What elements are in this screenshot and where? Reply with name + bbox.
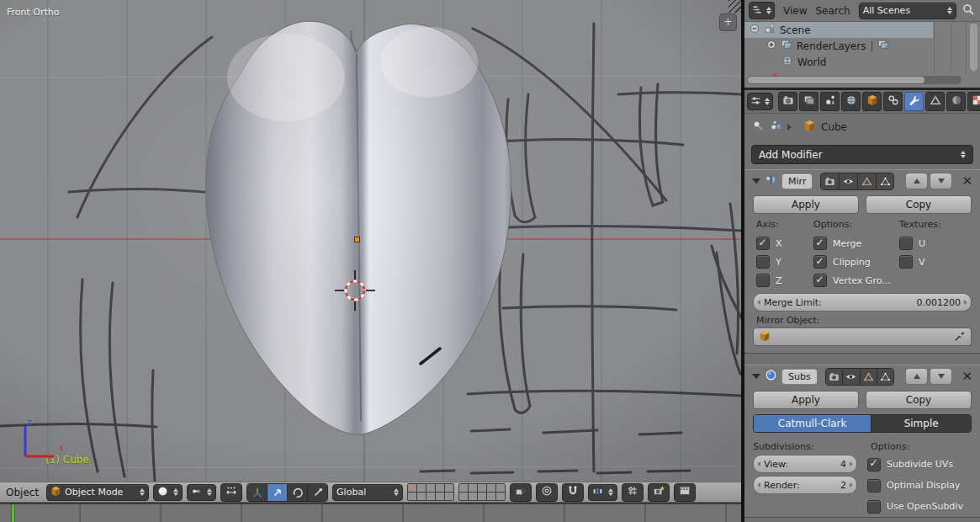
pin-icon[interactable]	[752, 120, 765, 135]
layer-cell[interactable]	[436, 493, 444, 500]
layer-cell[interactable]	[436, 484, 444, 492]
layer-cell[interactable]	[496, 493, 505, 500]
checkbox-axis-x[interactable]	[756, 237, 770, 250]
outliner-item-scene[interactable]: Scene	[744, 22, 980, 38]
object-menu[interactable]: Object	[6, 487, 39, 498]
layer-cell[interactable]	[496, 484, 505, 492]
checkbox-optimal-display[interactable]	[867, 479, 881, 493]
axis-manipulator-button[interactable]	[247, 484, 268, 501]
checkbox-use-opensubdiv[interactable]	[867, 500, 881, 514]
editmode-toggle-icon[interactable]	[858, 173, 877, 189]
layer-cell[interactable]	[417, 484, 426, 492]
outliner-search-menu[interactable]: Search	[815, 5, 850, 17]
scale-manipulator-button[interactable]	[308, 484, 327, 501]
render-layers-icon[interactable]	[877, 39, 889, 53]
manipulator-toggle-button[interactable]	[220, 483, 242, 502]
slider-left-arrow-icon[interactable]	[757, 300, 760, 305]
simple-button[interactable]: Simple	[871, 415, 971, 432]
apply-button[interactable]: Apply	[753, 195, 859, 214]
collapse-icon[interactable]	[750, 24, 760, 36]
apply-button[interactable]: Apply	[753, 391, 859, 409]
editor-type-button[interactable]	[747, 93, 773, 110]
outliner-vscrollbar[interactable]	[970, 24, 977, 71]
render-subdivisions-slider[interactable]: Render: 2	[753, 476, 857, 494]
scrollbar-thumb[interactable]	[748, 77, 924, 83]
slider-right-arrow-icon[interactable]	[850, 461, 853, 466]
eye-icon[interactable]	[840, 173, 858, 189]
timeline-playhead[interactable]	[12, 504, 14, 522]
add-modifier-dropdown[interactable]: Add Modifier	[751, 145, 973, 164]
tab-data[interactable]	[925, 92, 945, 111]
timeline-strip[interactable]	[0, 503, 741, 522]
mode-dropdown[interactable]: Object Mode	[46, 484, 149, 501]
layer-cell[interactable]	[426, 493, 435, 500]
close-icon[interactable]: ✕	[961, 175, 972, 188]
checkbox-subdivide-uvs[interactable]	[867, 458, 881, 471]
slider-right-arrow-icon[interactable]	[964, 300, 967, 305]
layers-group-1[interactable]	[407, 483, 454, 501]
merge-limit-slider[interactable]: Merge Limit: 0.001200	[753, 293, 972, 312]
move-up-button[interactable]	[905, 368, 928, 385]
layer-cell[interactable]	[469, 484, 477, 492]
pivot-dropdown[interactable]	[187, 484, 216, 501]
tab-render[interactable]	[778, 92, 797, 111]
checkbox-texture-u[interactable]	[899, 237, 913, 250]
region-expand-button[interactable]: +	[719, 13, 737, 31]
orientation-dropdown[interactable]: Global	[332, 484, 403, 501]
layer-cell[interactable]	[445, 493, 453, 500]
modifier-name-field[interactable]: Subs	[781, 369, 818, 385]
outliner-item-world[interactable]: World	[744, 54, 980, 70]
tab-render-layers[interactable]	[799, 92, 818, 111]
expand-icon[interactable]	[766, 40, 776, 52]
layer-cell[interactable]	[445, 484, 453, 492]
checkbox-axis-y[interactable]	[756, 255, 770, 269]
move-up-button[interactable]	[905, 173, 928, 189]
checkbox-texture-v[interactable]	[899, 255, 913, 269]
opengl-render-button[interactable]	[648, 483, 670, 502]
tab-texture[interactable]	[967, 92, 980, 111]
slider-left-arrow-icon[interactable]	[757, 482, 760, 487]
snap-toggle-button[interactable]	[562, 483, 584, 502]
slider-right-arrow-icon[interactable]	[850, 482, 853, 487]
scenes-filter-dropdown[interactable]: All Scenes	[859, 3, 956, 19]
eyedropper-icon[interactable]	[954, 329, 966, 345]
view-subdivisions-slider[interactable]: View: 4	[753, 455, 857, 473]
snap-element-dropdown[interactable]	[588, 484, 617, 501]
layer-cell[interactable]	[469, 493, 477, 500]
checkbox-vertex-groups[interactable]	[813, 274, 827, 287]
tab-object[interactable]	[862, 92, 882, 111]
proportional-edit-button[interactable]	[536, 483, 558, 502]
layers-group-2[interactable]	[458, 483, 506, 501]
editor-type-button[interactable]	[749, 2, 775, 19]
layer-cell[interactable]	[478, 484, 486, 492]
rotate-manipulator-button[interactable]	[288, 484, 308, 501]
modifier-name-field[interactable]: Mirr	[781, 173, 813, 189]
layer-cell[interactable]	[417, 493, 426, 500]
slider-left-arrow-icon[interactable]	[757, 461, 760, 466]
tab-scene[interactable]	[820, 92, 840, 111]
cage-toggle-icon[interactable]	[877, 369, 893, 385]
subsurf-panel-header[interactable]: Subs ✕	[744, 365, 980, 387]
breadcrumb-object-name[interactable]: Cube	[821, 121, 847, 133]
eye-icon[interactable]	[843, 369, 860, 385]
lock-to-scene-button[interactable]	[510, 483, 532, 502]
checkbox-clipping[interactable]	[813, 255, 827, 269]
layer-cell[interactable]	[487, 493, 495, 500]
tab-modifiers[interactable]	[904, 92, 924, 111]
translate-manipulator-button[interactable]	[268, 484, 288, 501]
mirror-object-field[interactable]	[753, 328, 972, 346]
tab-material[interactable]	[946, 92, 966, 111]
move-down-button[interactable]	[930, 368, 952, 385]
tab-world[interactable]	[841, 92, 861, 111]
layer-cell[interactable]	[459, 484, 468, 492]
layer-cell[interactable]	[487, 484, 495, 492]
layer-cell[interactable]	[408, 484, 416, 492]
layer-cell[interactable]	[478, 493, 486, 500]
object-icon[interactable]	[770, 120, 782, 135]
close-icon[interactable]: ✕	[961, 370, 972, 383]
editmode-toggle-icon[interactable]	[861, 369, 877, 385]
checkbox-axis-z[interactable]	[756, 274, 770, 287]
outliner-hscrollbar[interactable]	[747, 76, 961, 84]
layer-cell[interactable]	[459, 493, 468, 500]
catmull-clark-button[interactable]: Catmull-Clark	[754, 415, 871, 432]
